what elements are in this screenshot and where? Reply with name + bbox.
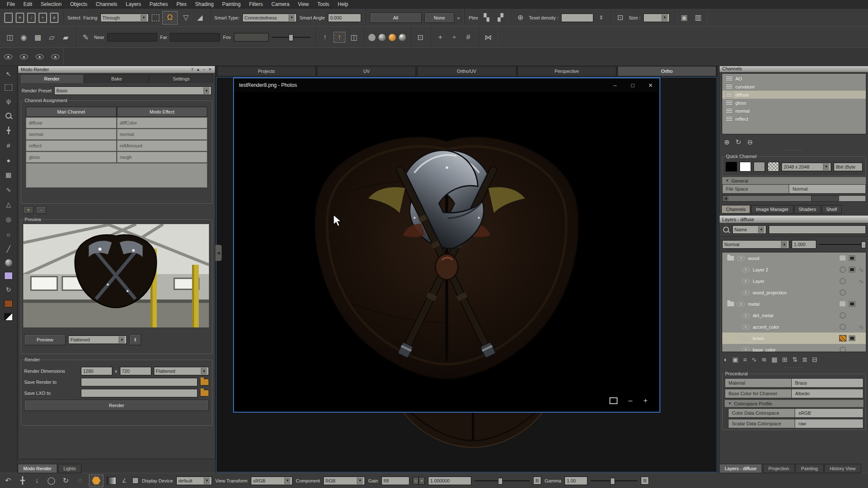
orbit-icon[interactable]: ↻ (60, 476, 71, 486)
gray-swatch[interactable] (754, 162, 765, 172)
mini-swatch[interactable] (132, 477, 139, 484)
layer-adjustment-icon[interactable] (857, 266, 866, 274)
slice-tool[interactable]: ╱ (3, 244, 14, 254)
layer-visibility-eye-icon[interactable] (742, 324, 750, 330)
panel-tab[interactable]: Bake (85, 74, 149, 83)
colorspace-profile-header[interactable]: ▼ Colorspace Profile (725, 400, 863, 407)
size-field[interactable]: ▼ (643, 14, 670, 22)
transparent-swatch[interactable] (768, 162, 779, 172)
smart-angle-field[interactable]: 0.000 (328, 14, 361, 22)
component-dropdown[interactable]: RGB ▼ (323, 477, 365, 485)
viewport-tab[interactable]: UV (317, 66, 416, 76)
layer-thumb-icon[interactable] (838, 255, 847, 262)
color-loop-tool[interactable]: ↻ (3, 285, 14, 294)
select-all-button[interactable]: All (370, 13, 422, 23)
layer-visibility-eye-icon[interactable] (742, 313, 750, 318)
layer-row[interactable]: wood_projection (722, 287, 866, 298)
layer-thumb-icon[interactable] (838, 289, 847, 297)
add-channel-layer-icon[interactable]: ⊞ (782, 356, 787, 363)
menu-item[interactable]: Edit (19, 0, 36, 8)
channel-item[interactable]: curvature (722, 83, 866, 91)
layer-mask-icon[interactable] (847, 346, 857, 352)
render-button[interactable]: Render (24, 400, 209, 411)
group-folder-icon[interactable] (727, 302, 734, 306)
dropdown-arrow-icon[interactable]: ▼ (357, 477, 363, 484)
add-channel-icon[interactable]: ⊕ (724, 138, 729, 146)
dropdown-arrow-icon[interactable]: ▼ (781, 241, 787, 248)
far-field[interactable] (170, 33, 220, 42)
layer-row[interactable]: metal (722, 298, 866, 310)
overflow-chevrons[interactable]: » (457, 15, 460, 20)
material-value[interactable]: Brass (791, 379, 863, 387)
dropdown-arrow-icon[interactable]: ▼ (141, 14, 147, 21)
minimize-button[interactable]: – (606, 78, 624, 92)
channel-depth-dropdown[interactable]: 8bit (Byte (834, 163, 862, 171)
add-group-icon[interactable]: ≡ (743, 356, 747, 363)
gain-value-field[interactable]: 1.000000 (428, 477, 471, 485)
panel-titlebar-button[interactable]: ✕ (208, 67, 212, 72)
pan-hand-tool[interactable]: ψ (3, 96, 14, 105)
vector-dart-tool[interactable]: △ (3, 200, 14, 209)
remove-channel-button[interactable]: − (36, 206, 46, 214)
menu-item[interactable]: Channels (92, 0, 122, 8)
dropdown-arrow-icon[interactable]: ▼ (758, 226, 764, 233)
rotate-icon[interactable]: ◯ (46, 476, 57, 486)
uv-grid-tool[interactable]: ▦ (3, 170, 14, 180)
shaded-page-icon[interactable]: ▰ (60, 32, 71, 42)
color-data-value[interactable]: sRGB (795, 409, 863, 417)
layer-visibility-eye-icon[interactable] (742, 267, 750, 272)
layer-opacity-field[interactable]: 1.000 (792, 240, 816, 249)
gain-stop-field[interactable]: f/8 (381, 477, 409, 485)
group-folder-icon[interactable] (727, 256, 734, 261)
black-swatch[interactable] (726, 162, 737, 172)
layer-opacity-slider[interactable] (819, 241, 866, 248)
gamma-value-field[interactable]: 1.00 (565, 477, 587, 485)
menu-item[interactable]: File (3, 0, 19, 8)
drag-handle[interactable]: ······· (720, 149, 868, 153)
layer-row[interactable]: brass (722, 333, 866, 344)
shading-basic-icon[interactable] (378, 34, 386, 41)
texel-density-field[interactable] (561, 14, 593, 22)
menu-item[interactable]: Help (334, 0, 353, 8)
layer-mask-icon[interactable] (847, 255, 857, 262)
layer-adjustment-icon[interactable] (857, 312, 866, 319)
channel-assignment-row[interactable]: reflect reflAmount (26, 140, 207, 151)
gain-increment-button[interactable]: + (419, 477, 425, 485)
focus-selected-icon[interactable]: ↑ (334, 32, 345, 43)
right-panel-tab[interactable]: Shaders (794, 205, 821, 214)
ptex-bake-icon[interactable]: ▞ (495, 13, 506, 23)
sync-channels-icon[interactable]: ↻ (735, 138, 741, 146)
panel-tab[interactable]: Render (20, 74, 84, 83)
scalar-data-value[interactable]: raw (795, 419, 863, 428)
search-mode-dropdown[interactable]: Name ▼ (732, 225, 766, 234)
layer-list-icon[interactable]: ≣ (802, 356, 808, 363)
right-panel-tab[interactable]: Image Manager (751, 205, 793, 214)
layer-mask-icon[interactable] (847, 289, 857, 297)
preview-button[interactable]: Preview (24, 334, 66, 345)
gain-decrement-button[interactable]: – (413, 477, 419, 485)
remove-layer-icon[interactable]: ⊟ (812, 356, 818, 363)
viewport-tab[interactable]: Perspective (517, 66, 616, 76)
layer-visibility-eye-icon[interactable] (742, 290, 750, 295)
add-image-layer-icon[interactable]: ▣ (732, 356, 738, 363)
channel-assignment-row[interactable]: gloss rough (26, 152, 207, 163)
dropdown-arrow-icon[interactable]: ▼ (662, 14, 668, 21)
layer-mask-icon[interactable] (847, 277, 857, 285)
fov-field[interactable] (234, 33, 269, 42)
menu-item[interactable]: Ptex (172, 0, 191, 8)
save-lxo-field[interactable] (81, 389, 198, 397)
menu-item[interactable]: Camera (267, 0, 294, 8)
drag-handle[interactable]: ······· (720, 366, 868, 370)
viewport-tab[interactable]: Ortho/UV (417, 66, 516, 76)
layer-row[interactable]: wood (722, 252, 866, 264)
facing-dropdown[interactable]: Through ▼ (100, 14, 149, 22)
layer-adjustment-icon[interactable] (857, 335, 866, 342)
layer-adjustment-icon[interactable] (857, 323, 866, 331)
layer-search-input[interactable] (769, 225, 866, 234)
transfer-layer-icon[interactable]: ⇅ (792, 356, 798, 363)
add-mask-icon[interactable]: ▦ (771, 356, 777, 363)
mirror-y-icon[interactable]: ÷ (449, 32, 460, 42)
paint-select-icon[interactable]: ◢ (195, 13, 206, 23)
layer-mask-icon[interactable] (847, 335, 857, 342)
paint-tool[interactable]: ● (3, 155, 14, 165)
